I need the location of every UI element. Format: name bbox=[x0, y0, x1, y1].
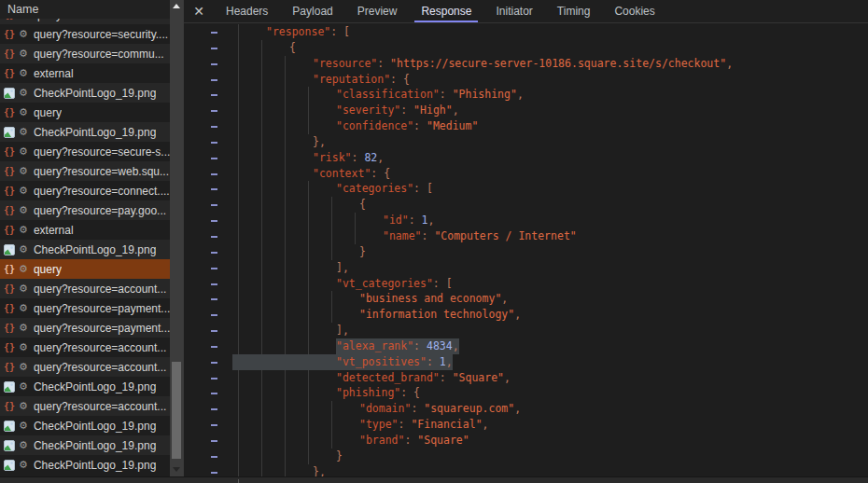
fold-collapse-icon[interactable] bbox=[211, 440, 217, 442]
scroll-up-icon[interactable] bbox=[173, 4, 180, 8]
fold-collapse-icon[interactable] bbox=[211, 252, 217, 254]
indent-guide bbox=[285, 244, 286, 260]
fold-collapse-icon[interactable] bbox=[211, 268, 217, 269]
fold-collapse-icon[interactable] bbox=[211, 79, 217, 81]
network-request-row[interactable]: {}⚙external bbox=[0, 63, 170, 83]
fold-collapse-icon[interactable] bbox=[211, 314, 217, 316]
tab-preview[interactable]: Preview bbox=[348, 0, 407, 22]
json-number: 4834 bbox=[427, 339, 453, 352]
fold-collapse-icon[interactable] bbox=[211, 378, 217, 380]
fold-collapse-icon[interactable] bbox=[211, 188, 217, 190]
indent-guide bbox=[308, 260, 309, 276]
json-punctuation: : bbox=[427, 355, 440, 368]
code-line: } bbox=[184, 244, 868, 260]
code-line: "context": { bbox=[184, 166, 868, 182]
network-request-row[interactable]: {}⚙query bbox=[0, 259, 170, 279]
network-request-row[interactable]: ⚙CheckPointLogo_19.png bbox=[0, 122, 170, 142]
fold-collapse-icon[interactable] bbox=[211, 48, 217, 49]
network-request-row[interactable]: ⚙CheckPointLogo_19.png bbox=[0, 416, 170, 435]
network-request-row[interactable]: {}⚙query?resource=connect.... bbox=[0, 181, 170, 200]
fold-collapse-icon[interactable] bbox=[211, 220, 217, 222]
network-request-row[interactable]: {}⚙query?resource=web.squ... bbox=[0, 161, 170, 181]
fold-collapse-icon[interactable] bbox=[211, 472, 217, 474]
code-line: "detected_brand": "Square", bbox=[184, 370, 868, 386]
network-request-row[interactable]: ⚙CheckPointLogo_19.png bbox=[0, 240, 170, 259]
fold-collapse-icon[interactable] bbox=[211, 204, 217, 206]
indent-guide bbox=[285, 181, 286, 197]
name-column-header[interactable]: Name bbox=[0, 0, 183, 19]
network-request-row[interactable]: ⚙CheckPointLogo_19.png bbox=[0, 455, 170, 475]
network-request-row[interactable]: {}⚙query?resource=account... bbox=[0, 357, 170, 377]
json-key: "alexa_rank" bbox=[336, 339, 413, 352]
tab-cookies[interactable]: Cookies bbox=[605, 0, 664, 22]
indent-guide bbox=[308, 433, 309, 448]
network-request-row[interactable]: {}⚙query bbox=[0, 103, 170, 122]
network-request-row[interactable]: {}⚙query?resource=account... bbox=[0, 338, 170, 357]
selection-highlight bbox=[232, 354, 336, 370]
network-request-row[interactable]: {}⚙query?resource=account... bbox=[0, 279, 170, 298]
code-line: ], bbox=[184, 323, 868, 338]
network-request-row[interactable]: ⚙CheckPointLogo_19.png bbox=[0, 435, 170, 455]
fold-collapse-icon[interactable] bbox=[211, 298, 217, 300]
json-key: "phishing" bbox=[336, 386, 400, 399]
network-request-row[interactable]: ⚙CheckPointLogo_19.png bbox=[0, 377, 170, 396]
gear-icon: ⚙ bbox=[19, 186, 28, 196]
tab-timing[interactable]: Timing bbox=[548, 0, 600, 22]
fold-collapse-icon[interactable] bbox=[211, 94, 217, 96]
code-line: "categories": [ bbox=[184, 181, 868, 197]
json-key: "vt_categories" bbox=[336, 277, 433, 290]
request-name-label: query?resource=secure-s... bbox=[34, 145, 170, 159]
fold-collapse-icon[interactable] bbox=[211, 456, 217, 458]
indent-guide bbox=[285, 56, 286, 72]
network-request-row[interactable]: ⚙CheckPointLogo_19.png bbox=[0, 83, 170, 103]
close-icon[interactable]: ✕ bbox=[184, 0, 214, 22]
fold-collapse-icon[interactable] bbox=[211, 408, 217, 410]
network-request-row[interactable]: {}⚙query?resource=account... bbox=[0, 396, 170, 416]
fold-collapse-icon[interactable] bbox=[211, 236, 217, 238]
fold-collapse-icon[interactable] bbox=[211, 424, 217, 426]
fold-collapse-icon[interactable] bbox=[211, 63, 217, 65]
fold-collapse-icon[interactable] bbox=[211, 158, 217, 159]
network-request-row[interactable]: {}⚙query?resource=pay.goo... bbox=[0, 200, 170, 220]
code-text: "severity": "High", bbox=[336, 103, 459, 118]
fold-collapse-icon[interactable] bbox=[211, 393, 217, 394]
indent-guide bbox=[261, 87, 262, 103]
fold-collapse-icon[interactable] bbox=[211, 142, 217, 144]
fold-collapse-icon[interactable] bbox=[211, 32, 217, 34]
indent-guide bbox=[308, 338, 309, 354]
fold-collapse-icon[interactable] bbox=[211, 173, 217, 175]
indent-guide bbox=[261, 291, 262, 307]
fold-collapse-icon[interactable] bbox=[211, 110, 217, 112]
network-request-row[interactable]: {}⚙external bbox=[0, 220, 170, 240]
gear-icon: ⚙ bbox=[19, 48, 28, 59]
tab-initiator[interactable]: Initiator bbox=[486, 0, 541, 22]
json-braces-icon: {} bbox=[4, 48, 15, 59]
tab-payload[interactable]: Payload bbox=[283, 0, 342, 22]
indent-guide bbox=[285, 213, 286, 228]
fold-collapse-icon[interactable] bbox=[211, 346, 217, 348]
indent-guide bbox=[285, 72, 286, 88]
json-key: "domain" bbox=[359, 402, 411, 415]
network-request-row[interactable]: {}⚙query?resource=secure-s... bbox=[0, 142, 170, 161]
tab-headers[interactable]: Headers bbox=[217, 0, 277, 22]
scrollbar-thumb[interactable] bbox=[172, 362, 181, 459]
network-request-row[interactable]: {}⚙query?resource=commu... bbox=[0, 44, 170, 63]
code-line: "phishing": { bbox=[184, 385, 868, 401]
network-request-row[interactable]: {}⚙query?resource=payment... bbox=[0, 298, 170, 318]
network-request-row[interactable]: {}⚙query?resource=security.... bbox=[0, 24, 170, 44]
json-punctuation: : bbox=[399, 418, 412, 431]
request-name-label: query?resource=pay.goo... bbox=[34, 204, 166, 217]
fold-collapse-icon[interactable] bbox=[211, 330, 217, 332]
fold-collapse-icon[interactable] bbox=[211, 283, 217, 285]
fold-collapse-icon[interactable] bbox=[211, 362, 217, 364]
json-string: "Phishing" bbox=[453, 88, 517, 101]
indent-guide bbox=[261, 181, 262, 197]
scroll-down-icon[interactable] bbox=[173, 467, 180, 472]
network-request-row[interactable]: {}⚙query?resource=... bbox=[0, 19, 170, 24]
response-json-viewer[interactable]: "response": [{"resource": "https://secur… bbox=[184, 24, 868, 479]
sidebar-scrollbar[interactable] bbox=[170, 0, 183, 476]
code-line: "vt_positives": 1, bbox=[184, 354, 868, 370]
network-request-row[interactable]: {}⚙query?resource=payment... bbox=[0, 318, 170, 338]
fold-collapse-icon[interactable] bbox=[211, 126, 217, 128]
tab-response[interactable]: Response bbox=[412, 0, 481, 22]
